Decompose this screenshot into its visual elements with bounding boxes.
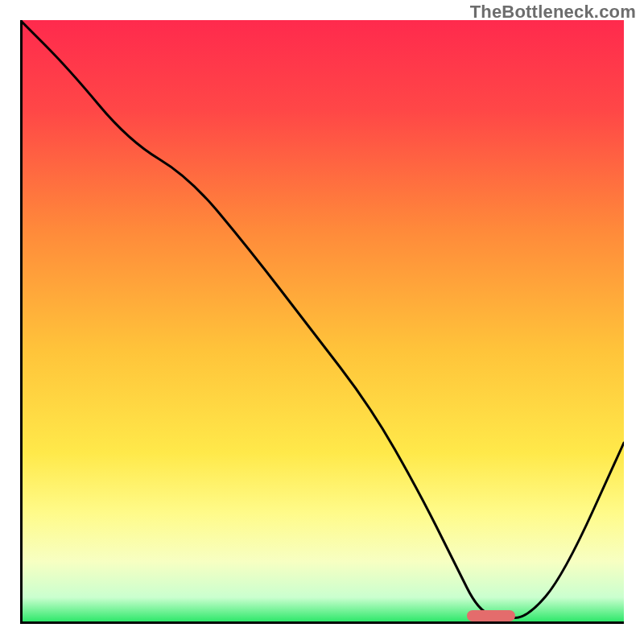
optimal-marker-pill [467, 610, 515, 621]
watermark-label: TheBottleneck.com [470, 2, 636, 23]
chart-plot-area [20, 20, 624, 624]
x-axis [20, 621, 624, 624]
chart-svg [20, 20, 624, 624]
y-axis [20, 20, 23, 624]
chart-background [23, 20, 624, 621]
